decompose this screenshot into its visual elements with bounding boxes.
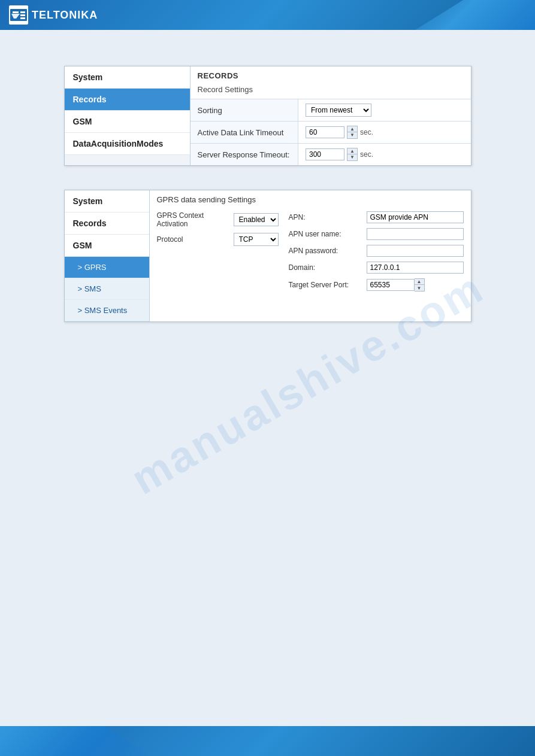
server-timeout-input[interactable] [306,148,344,160]
gprs-activation-label: Activation [157,220,229,228]
port-row: Target Server Port: ▲ ▼ [289,278,464,292]
sidebar-item-gsm2[interactable]: GSM [65,235,149,257]
logo: TELTONIKA [9,5,98,25]
server-timeout-spinner: ▲ ▼ [347,148,358,161]
server-timeout-label: Server Response Timeout: [191,144,298,166]
sidebar-item-system2[interactable]: System [65,190,149,212]
server-timeout-down[interactable]: ▼ [347,154,357,160]
active-timeout-down[interactable]: ▼ [347,132,357,138]
svg-rect-5 [20,17,25,19]
active-timeout-label: Active Data Link Timeout [191,122,298,144]
main-content: System Records GSM DataAcquisitionModes … [0,30,535,364]
server-timeout-cell: ▲ ▼ sec. [298,144,471,165]
apn-input[interactable] [367,211,464,223]
sidebar-item-dam[interactable]: DataAcquisitionModes [65,133,190,155]
apn-pass-row: APN password: [289,245,464,257]
apn-pass-label: APN password: [289,247,367,255]
section-title: Record Settings [191,83,471,99]
port-input[interactable] [367,279,415,291]
footer [0,726,535,756]
port-spinner: ▲ ▼ [415,278,425,292]
port-input-wrap: ▲ ▼ [367,278,425,292]
active-timeout-cell: ▲ ▼ sec. [298,122,471,143]
sidebar-item-records2[interactable]: Records [65,212,149,235]
sidebar-item-sms-events[interactable]: > SMS Events [65,300,149,321]
port-up[interactable]: ▲ [415,279,424,285]
gprs-left: GPRS Context Activation Enabled Disabled… [157,211,289,296]
records-panel: System Records GSM DataAcquisitionModes … [64,66,471,166]
active-timeout-unit: sec. [360,128,373,136]
gprs-sidebar: System Records GSM > GPRS > SMS > SMS Ev… [65,190,150,321]
header: TELTONIKA [0,0,535,30]
apn-row: APN: [289,211,464,223]
apn-pass-input[interactable] [367,245,464,257]
server-timeout-unit: sec. [360,150,373,159]
sidebar-item-system[interactable]: System [65,66,190,89]
sorting-label: Sorting [191,99,298,122]
table-row-server-timeout: Server Response Timeout: ▲ ▼ sec. [191,144,471,166]
server-timeout-wrapper: ▲ ▼ sec. [306,148,373,161]
active-timeout-up[interactable]: ▲ [347,126,357,132]
table-row-active-timeout: Active Data Link Timeout ▲ ▼ sec. [191,122,471,144]
gprs-settings: GPRS Context Activation Enabled Disabled… [150,209,471,303]
sorting-cell: From newest From oldest [298,99,471,121]
logo-text: TELTONIKA [32,9,98,22]
settings-table: Sorting From newest From oldest Active D… [191,99,471,165]
sorting-select[interactable]: From newest From oldest [306,104,371,117]
table-row-sorting: Sorting From newest From oldest [191,99,471,122]
gprs-context-row: GPRS Context Activation Enabled Disabled [157,211,289,228]
gprs-context-label: GPRS Context [157,211,229,220]
apn-user-label: APN user name: [289,230,367,238]
port-label: Target Server Port: [289,281,367,289]
records-sidebar: System Records GSM DataAcquisitionModes [65,66,191,165]
svg-rect-3 [20,11,25,13]
gprs-context-select[interactable]: Enabled Disabled [234,213,279,226]
panel-title: RECORDS [191,66,471,83]
active-timeout-input[interactable] [306,126,344,138]
gprs-protocol-select[interactable]: TCP UDP [234,233,279,246]
gprs-right: APN: APN user name: APN password: Domain… [289,211,464,296]
server-timeout-up[interactable]: ▲ [347,148,357,154]
domain-label: Domain: [289,263,367,272]
gprs-protocol-label: Protocol [157,235,229,244]
gprs-content: GPRS data sending Settings GPRS Context … [150,190,471,321]
svg-rect-4 [20,14,25,16]
gprs-panel: System Records GSM > GPRS > SMS > SMS Ev… [64,190,471,322]
sidebar-item-records[interactable]: Records [65,89,190,111]
apn-user-row: APN user name: [289,228,464,240]
domain-input[interactable] [367,262,464,274]
domain-row: Domain: [289,262,464,274]
port-down[interactable]: ▼ [415,285,424,291]
logo-icon [9,5,28,25]
apn-label: APN: [289,213,367,221]
svg-marker-1 [13,11,19,13]
active-timeout-spinner: ▲ ▼ [347,126,358,139]
records-content: RECORDS Record Settings Sorting From new… [191,66,471,165]
apn-user-input[interactable] [367,228,464,240]
sidebar-item-sms[interactable]: > SMS [65,278,149,300]
active-timeout-wrapper: ▲ ▼ sec. [306,126,373,139]
gprs-protocol-row: Protocol TCP UDP [157,233,289,246]
sidebar-item-gsm[interactable]: GSM [65,111,190,133]
sidebar-item-gprs[interactable]: > GPRS [65,257,149,278]
gprs-title: GPRS data sending Settings [150,190,471,209]
